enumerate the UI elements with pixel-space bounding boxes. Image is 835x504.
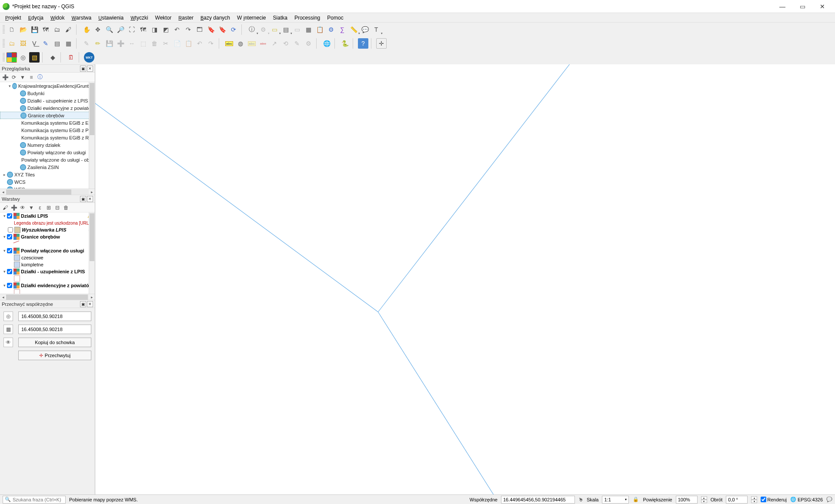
- capture-button[interactable]: ✛Przechwytuj: [18, 351, 91, 360]
- zoom-next-button[interactable]: ↷: [183, 24, 194, 35]
- menu-wtyczki[interactable]: Wtyczki: [127, 14, 151, 22]
- zoom-to-layer-button[interactable]: ◩: [160, 24, 171, 35]
- select-features-button[interactable]: ▭▾: [269, 24, 280, 35]
- layer-row[interactable]: ▾Działki ewidencyjne z powiatów: [0, 282, 95, 289]
- new-geopackage-button[interactable]: V͟: [29, 38, 40, 49]
- new-shapefile-button[interactable]: ✎: [40, 38, 51, 49]
- new-map-view-button[interactable]: 🗔: [194, 24, 205, 35]
- track-mouse-button[interactable]: 👁: [3, 338, 13, 347]
- layer-row[interactable]: ▾Działki - uzupełnienie z LPIS: [0, 268, 95, 275]
- processing-toolbox-button[interactable]: ⚙: [326, 24, 336, 35]
- scale-lock-button[interactable]: 🔒: [632, 497, 639, 502]
- plugin-2-button[interactable]: ◎: [18, 52, 28, 63]
- identify-button[interactable]: ⓘ▾: [247, 24, 257, 35]
- tree-row[interactable]: Numery działek: [0, 141, 95, 149]
- render-checkbox[interactable]: Renderuj: [761, 497, 787, 502]
- style-icon[interactable]: 🖌: [2, 204, 9, 211]
- zoom-last-button[interactable]: ↶: [172, 24, 182, 35]
- locator-input[interactable]: [13, 497, 63, 502]
- layer-row[interactable]: czesciowe: [0, 254, 95, 261]
- layer-row[interactable]: [0, 275, 95, 282]
- menu-edycja[interactable]: Edycja: [25, 14, 47, 22]
- plugin-5-button[interactable]: 🗓: [66, 52, 76, 63]
- new-project-button[interactable]: 🗋: [7, 24, 17, 35]
- statistics-button[interactable]: ∑: [337, 24, 347, 35]
- menu-siatka[interactable]: Siatka: [270, 14, 291, 22]
- menu-raster[interactable]: Raster: [175, 14, 197, 22]
- open-project-button[interactable]: 📂: [18, 24, 28, 35]
- new-virtual-button[interactable]: ▦: [63, 38, 73, 49]
- zoom-in-button[interactable]: 🔍: [104, 24, 114, 35]
- add-layer-icon[interactable]: ➕: [2, 74, 9, 81]
- filter-legend-icon[interactable]: ▼: [28, 204, 35, 211]
- refresh-button[interactable]: ⟳: [228, 24, 239, 35]
- save-project-button[interactable]: 💾: [29, 24, 40, 35]
- layer-row[interactable]: ▾Granice obrębów: [0, 233, 95, 240]
- tree-row[interactable]: Działki - uzupełnienie z LPIS: [0, 97, 95, 104]
- toolbar-grip-icon[interactable]: [3, 39, 5, 48]
- layers-tree[interactable]: ▾Działki LPIS⚠Legenda obrazu jest uszkod…: [0, 212, 95, 294]
- add-vector-layer-button[interactable]: 🗂: [7, 38, 17, 49]
- maximize-button[interactable]: ▭: [792, 0, 812, 13]
- menu-pomoc[interactable]: Pomoc: [324, 14, 347, 22]
- copy-to-clipboard-button[interactable]: Kopiuj do schowka: [18, 338, 91, 347]
- open-attribute-table-button[interactable]: ▦: [303, 24, 314, 35]
- properties-icon[interactable]: ⓘ: [37, 74, 43, 81]
- map-canvas[interactable]: [95, 64, 835, 494]
- tree-row[interactable]: Działki ewidencyjne z powiatów: [0, 104, 95, 112]
- scrollbar-vertical[interactable]: [89, 82, 95, 189]
- menu-projekt[interactable]: Projekt: [2, 14, 25, 22]
- help-button[interactable]: ?: [358, 38, 368, 49]
- rotation-spinner[interactable]: ▴▾: [751, 496, 757, 503]
- add-group-icon[interactable]: ➕: [10, 204, 17, 211]
- tree-row[interactable]: Powiaty włączone do usługi - obręby: [0, 156, 95, 163]
- tree-row[interactable]: ▸XYZ Tiles: [0, 171, 95, 178]
- coord2-input[interactable]: [18, 325, 91, 334]
- tree-row[interactable]: Komunikacja systemu EGiB z REGON: [0, 134, 95, 141]
- layer-row[interactable]: [0, 289, 95, 294]
- menu-wektor[interactable]: Wektor: [152, 14, 175, 22]
- add-raster-layer-button[interactable]: 🖼: [18, 38, 28, 49]
- layout-manager-button[interactable]: 🗂: [52, 24, 62, 35]
- tree-row[interactable]: ▾KrajowaIntegracjaEwidencjiGruntow: [0, 82, 95, 90]
- menu-w internecie[interactable]: W internecie: [234, 14, 270, 22]
- refresh-icon[interactable]: ⟳: [10, 74, 17, 81]
- rotation-field[interactable]: 0,0 °: [726, 496, 748, 504]
- plugin-6-button[interactable]: WKT: [84, 52, 94, 63]
- layer-row[interactable]: ▾Działki LPIS⚠: [0, 212, 95, 219]
- menu-widok[interactable]: Widok: [47, 14, 68, 22]
- browser-panel-header[interactable]: Przeglądarka ▣ ✕: [0, 65, 95, 73]
- expand-all-icon[interactable]: ⊞: [45, 204, 52, 211]
- crs-picker-button[interactable]: ◎: [3, 312, 13, 321]
- bookmarks-button[interactable]: 🔖: [217, 24, 227, 35]
- locator-search[interactable]: 🔍: [3, 496, 66, 504]
- plugin-1-button[interactable]: [7, 52, 17, 63]
- pan-button[interactable]: ✋: [81, 24, 92, 35]
- new-spatialite-button[interactable]: ▤: [52, 38, 62, 49]
- new-bookmark-button[interactable]: 🔖: [206, 24, 216, 35]
- scrollbar-horizontal[interactable]: ◂▸: [0, 189, 95, 195]
- panel-float-button[interactable]: ▣: [80, 196, 86, 202]
- close-button[interactable]: ✕: [812, 0, 832, 13]
- scale-combo[interactable]: 1:1▾: [602, 496, 629, 504]
- new-print-layout-button[interactable]: 🗺: [40, 24, 51, 35]
- tree-row[interactable]: WFS: [0, 186, 95, 189]
- remove-layer-icon[interactable]: 🗑: [63, 204, 70, 211]
- coord-panel-header[interactable]: Przechwyć współrzędne ▣ ✕: [0, 300, 95, 308]
- panel-close-button[interactable]: ✕: [87, 301, 93, 307]
- toolbar-grip-icon[interactable]: [3, 25, 5, 34]
- panel-close-button[interactable]: ✕: [87, 196, 93, 202]
- layer-row[interactable]: Legenda obrazu jest uszkodzona [URL: ht: [0, 219, 95, 226]
- tree-row[interactable]: Granice obrębów: [0, 112, 95, 119]
- label-button[interactable]: abc: [224, 38, 234, 49]
- scrollbar-vertical[interactable]: [89, 212, 95, 294]
- zoom-out-button[interactable]: 🔎: [115, 24, 126, 35]
- panel-float-button[interactable]: ▣: [80, 66, 86, 72]
- scrollbar-horizontal[interactable]: ◂▸: [0, 294, 95, 300]
- visibility-icon[interactable]: 👁: [19, 204, 26, 211]
- metasearch-button[interactable]: 🌐: [321, 38, 332, 49]
- expression-icon[interactable]: ε: [37, 204, 43, 211]
- layers-panel-header[interactable]: Warstwy ▣ ✕: [0, 195, 95, 203]
- messages-button[interactable]: 💬: [826, 497, 832, 502]
- current-edits-button[interactable]: ✏: [93, 38, 103, 49]
